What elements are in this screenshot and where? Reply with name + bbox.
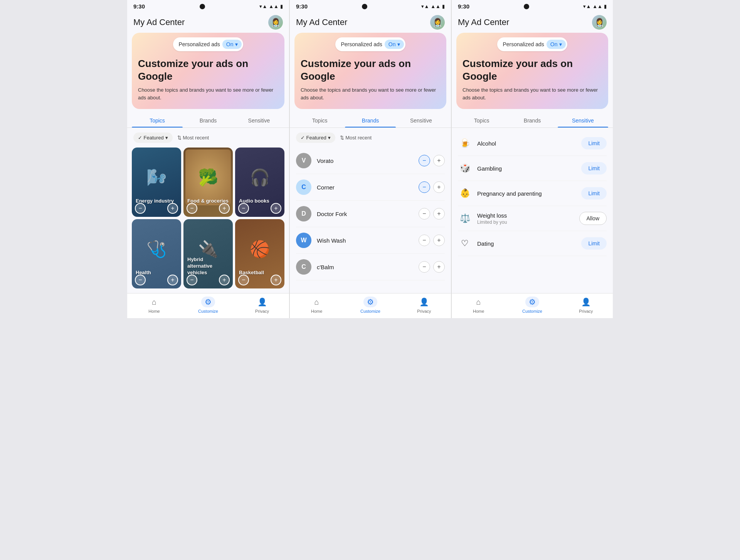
tab-sensitive[interactable]: Sensitive xyxy=(558,112,608,127)
tab-brands[interactable]: Brands xyxy=(183,112,234,127)
brand-increase-button[interactable]: + xyxy=(433,261,445,273)
decrease-button[interactable]: − xyxy=(187,203,197,214)
decrease-button[interactable]: − xyxy=(238,275,249,285)
filter-bar: ✓ Featured ▾ ⇅ Most recent xyxy=(290,128,451,148)
brand-decrease-button[interactable]: − xyxy=(419,261,430,273)
status-time: 9:30 xyxy=(133,3,145,10)
sort-chip[interactable]: ⇅ Most recent xyxy=(340,135,372,141)
brand-avatar: C xyxy=(296,179,311,195)
brand-decrease-button[interactable]: − xyxy=(419,235,430,246)
nav-item-privacy[interactable]: 👤 Privacy xyxy=(559,297,613,314)
brand-item-corner: C Corner − + xyxy=(296,174,445,201)
sensitive-name: Pregnancy and parenting xyxy=(477,190,576,197)
hero-section: Personalized ads On ▾ Customize your ads… xyxy=(456,33,608,109)
brand-increase-button[interactable]: + xyxy=(433,155,445,166)
sensitive-category-icon: ⚖️ xyxy=(458,211,472,225)
sensitive-list: 🍺 Alcohol Limit 🎲 Gambling Limit 👶 Pregn… xyxy=(452,128,613,293)
decrease-button[interactable]: − xyxy=(238,203,249,214)
battery-icon: ▮ xyxy=(280,3,283,9)
on-badge[interactable]: On ▾ xyxy=(222,40,242,49)
increase-button[interactable]: + xyxy=(167,203,178,214)
nav-item-privacy[interactable]: 👤 Privacy xyxy=(397,297,451,314)
tab-sensitive[interactable]: Sensitive xyxy=(234,112,284,127)
brand-decrease-button[interactable]: − xyxy=(419,155,430,166)
topic-card-audio[interactable]: 🎧 Audio books − + xyxy=(235,148,284,217)
brand-increase-button[interactable]: + xyxy=(433,235,445,246)
brand-item-wish-wash: W Wish Wash − + xyxy=(296,227,445,254)
nav-item-home[interactable]: ⌂ Home xyxy=(452,297,505,314)
limit-button[interactable]: Limit xyxy=(581,162,607,174)
hero-section: Personalized ads On ▾ Customize your ads… xyxy=(294,33,446,109)
limit-button[interactable]: Limit xyxy=(581,187,607,200)
brand-increase-button[interactable]: + xyxy=(433,181,445,193)
increase-button[interactable]: + xyxy=(219,275,230,285)
sensitive-name: Dating xyxy=(477,240,576,247)
allow-button[interactable]: Allow xyxy=(579,212,607,225)
tab-topics[interactable]: Topics xyxy=(132,112,183,127)
increase-button[interactable]: + xyxy=(167,275,178,285)
screen-topics: 9:30 ▾▲ ▲▲ ▮ My Ad Center 👩‍⚕️ Personali… xyxy=(127,0,289,318)
featured-filter-chip[interactable]: ✓ Featured ▾ xyxy=(296,132,335,143)
decrease-button[interactable]: − xyxy=(135,203,146,214)
brand-increase-button[interactable]: + xyxy=(433,208,445,220)
brand-controls: − + xyxy=(419,155,445,166)
tab-topics[interactable]: Topics xyxy=(294,112,345,127)
brand-name: Wish Wash xyxy=(317,237,413,244)
screen-sensitive: 9:30 ▾▲ ▲▲ ▮ My Ad Center 👩‍⚕️ Personali… xyxy=(451,0,613,318)
personalized-pill[interactable]: Personalized ads On ▾ xyxy=(497,37,567,51)
limit-button[interactable]: Limit xyxy=(581,137,607,149)
battery-icon: ▮ xyxy=(442,3,445,9)
limit-button[interactable]: Limit xyxy=(581,237,607,250)
nav-item-customize[interactable]: ⚙ Customize xyxy=(181,297,235,314)
sensitive-sub: Limited by you xyxy=(477,220,574,225)
signal-icon: ▲▲ xyxy=(592,3,602,9)
nav-item-customize[interactable]: ⚙ Customize xyxy=(343,297,397,314)
sensitive-info: Pregnancy and parenting xyxy=(477,190,576,197)
featured-filter-chip[interactable]: ✓ Featured ▾ xyxy=(133,132,173,143)
nav-customize-icon: ⚙ xyxy=(363,297,377,307)
nav-customize-icon: ⚙ xyxy=(525,297,539,307)
brand-name: Doctor Fork xyxy=(317,211,413,217)
hero-section: Personalized ads On ▾ Customize your ads… xyxy=(132,33,284,109)
nav-item-customize[interactable]: ⚙ Customize xyxy=(505,297,559,314)
nav-item-home[interactable]: ⌂ Home xyxy=(290,297,343,314)
brand-avatar: V xyxy=(296,153,311,168)
wifi-icon: ▾▲ xyxy=(583,3,591,9)
sort-chip[interactable]: ⇅ Most recent xyxy=(177,135,209,141)
tab-brands[interactable]: Brands xyxy=(507,112,557,127)
tabs-bar: Topics Brands Sensitive xyxy=(127,112,289,128)
avatar[interactable]: 👩‍⚕️ xyxy=(430,15,445,30)
personalized-pill[interactable]: Personalized ads On ▾ xyxy=(335,37,405,51)
screens-container: 9:30 ▾▲ ▲▲ ▮ My Ad Center 👩‍⚕️ Personali… xyxy=(127,0,613,318)
app-header: My Ad Center 👩‍⚕️ xyxy=(452,11,613,33)
increase-button[interactable]: + xyxy=(271,203,281,214)
sensitive-category-icon: 👶 xyxy=(458,186,472,200)
topic-card-energy[interactable]: 🌬️ Energy industry − + xyxy=(132,148,181,217)
topic-card-basketball[interactable]: 🏀 Basketball − + xyxy=(235,219,284,288)
personalized-pill[interactable]: Personalized ads On ▾ xyxy=(173,37,243,51)
tab-topics[interactable]: Topics xyxy=(456,112,507,127)
sensitive-info: Dating xyxy=(477,240,576,247)
avatar[interactable]: 👩‍⚕️ xyxy=(268,15,283,30)
app-title: My Ad Center xyxy=(458,17,509,27)
brand-decrease-button[interactable]: − xyxy=(419,208,430,220)
tab-brands[interactable]: Brands xyxy=(345,112,395,127)
decrease-button[interactable]: − xyxy=(187,275,197,285)
increase-button[interactable]: + xyxy=(271,275,281,285)
nav-item-privacy[interactable]: 👤 Privacy xyxy=(235,297,289,314)
brand-decrease-button[interactable]: − xyxy=(419,181,430,193)
decrease-button[interactable]: − xyxy=(135,275,146,285)
topic-card-food[interactable]: 🥦 Food & groceries − + xyxy=(183,148,233,217)
status-time: 9:30 xyxy=(458,3,469,10)
increase-button[interactable]: + xyxy=(219,203,230,214)
tab-sensitive[interactable]: Sensitive xyxy=(396,112,446,127)
topic-card-health[interactable]: 🩺 Health − + xyxy=(132,219,181,288)
topic-card-hybrid[interactable]: 🔌 Hybrid alternative vehicles − + xyxy=(183,219,233,288)
nav-item-home[interactable]: ⌂ Home xyxy=(127,297,181,314)
sensitive-name: Alcohol xyxy=(477,140,576,147)
brands-list: V Vorato − + C Corner − + D Doctor Fork xyxy=(290,148,451,293)
on-badge[interactable]: On ▾ xyxy=(547,40,566,49)
on-badge[interactable]: On ▾ xyxy=(385,40,404,49)
avatar[interactable]: 👩‍⚕️ xyxy=(592,15,607,30)
sensitive-info: Gambling xyxy=(477,165,576,172)
